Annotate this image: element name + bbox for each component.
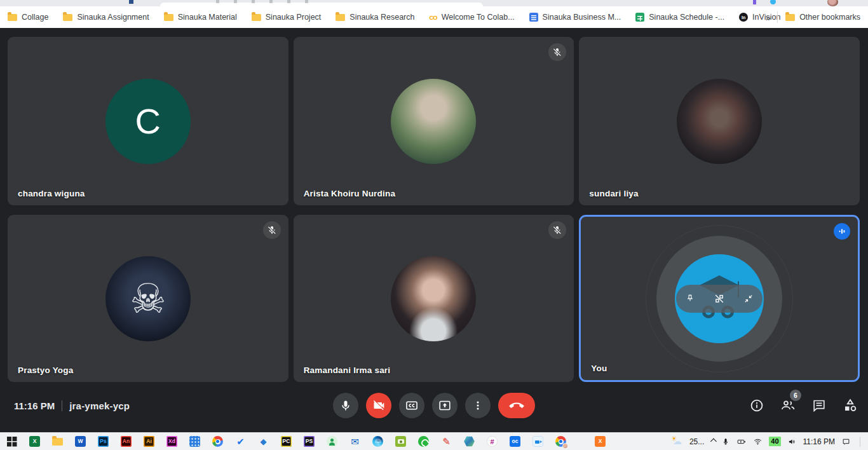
bookmark-sinauka-project[interactable]: Sinauka Project bbox=[252, 13, 322, 22]
mic-off-icon bbox=[267, 225, 277, 235]
taskbar-excel-icon[interactable]: X bbox=[29, 435, 41, 447]
taskbar-photoshop-icon[interactable]: Ps bbox=[97, 435, 109, 447]
bookmark-sinauka-research[interactable]: Sinauka Research bbox=[336, 13, 414, 22]
battery-percent-badge[interactable]: 40 bbox=[769, 437, 780, 446]
browser-profile-avatar[interactable] bbox=[827, 0, 838, 6]
bookmarks-divider bbox=[777, 11, 778, 23]
taskbar-chrome-profile-icon[interactable] bbox=[555, 435, 567, 447]
address-bar-partial bbox=[0, 0, 868, 6]
participant-tile-arista[interactable]: Arista Khoiru Nurdina bbox=[294, 37, 574, 205]
participant-name: You bbox=[591, 364, 607, 373]
avatar-initial: C bbox=[105, 79, 191, 164]
participant-tile-prastyo[interactable]: ☠ Prastyo Yoga bbox=[8, 215, 288, 382]
participant-name: Prastyo Yoga bbox=[18, 365, 73, 375]
participant-tile-sundari[interactable]: sundari liya bbox=[579, 37, 860, 205]
taskbar-todo-check-icon[interactable]: ✔ bbox=[234, 435, 247, 447]
self-tile[interactable]: You bbox=[579, 215, 860, 382]
taskbar-pycharm-icon[interactable]: PC bbox=[280, 435, 292, 447]
participant-tile-ramandani[interactable]: Ramandani Irma sari bbox=[294, 215, 574, 382]
show-desktop-button[interactable] bbox=[860, 437, 863, 447]
taskbar-calendar-grid-icon[interactable] bbox=[189, 435, 201, 447]
battery-icon bbox=[736, 437, 747, 446]
activities-button[interactable] bbox=[841, 397, 858, 414]
participant-name: chandra wiguna bbox=[18, 189, 85, 198]
bookmark-sinauka-assignment[interactable]: Sinauka Assignment bbox=[63, 13, 149, 22]
extension-icon-fragment[interactable] bbox=[753, 0, 756, 4]
video-grid: C chandra wiguna Arista Khoiru Nurdina s… bbox=[8, 37, 860, 382]
invision-icon: In bbox=[739, 13, 748, 22]
microphone-button[interactable] bbox=[333, 393, 358, 418]
taskbar-word-icon[interactable]: W bbox=[74, 435, 86, 447]
meeting-code: jra-ymek-ycp bbox=[69, 400, 130, 411]
taskbar-mail-icon[interactable]: ✉ bbox=[349, 435, 361, 447]
status-divider bbox=[62, 400, 62, 411]
participants-button[interactable]: 6 bbox=[779, 397, 796, 414]
taskbar-video-cam-app-icon[interactable] bbox=[532, 435, 544, 447]
bookmark-label: Sinauka Material bbox=[178, 13, 237, 22]
taskbar-camera-app-icon[interactable] bbox=[395, 435, 407, 447]
participant-tile-chandra[interactable]: C chandra wiguna bbox=[8, 37, 288, 205]
meeting-details-button[interactable] bbox=[748, 397, 765, 414]
taskbar-xampp-icon[interactable]: X bbox=[594, 435, 606, 447]
participant-name: Arista Khoiru Nurdina bbox=[304, 189, 395, 198]
tray-volume[interactable] bbox=[787, 437, 797, 446]
mic-off-badge bbox=[263, 221, 281, 239]
taskbar-animate-icon[interactable]: An bbox=[120, 435, 132, 447]
taskbar-oc-app-icon[interactable]: oc bbox=[509, 435, 521, 447]
taskbar-android-emulator-icon[interactable] bbox=[326, 435, 338, 447]
extension-icon-fragment[interactable] bbox=[770, 0, 776, 4]
taskbar-illustrator-icon[interactable]: Ai bbox=[143, 435, 155, 447]
chat-button[interactable] bbox=[810, 397, 827, 414]
taskbar-slack-icon[interactable] bbox=[486, 435, 498, 447]
taskbar-apps: XWPsAnAiXd✔◆PCPS✉✎ocX bbox=[0, 435, 606, 447]
mic-off-icon bbox=[552, 47, 562, 57]
omnibox[interactable] bbox=[160, 3, 483, 6]
other-bookmarks-button[interactable]: Other bookmarks bbox=[785, 13, 860, 22]
taskbar-file-explorer-icon[interactable] bbox=[51, 435, 64, 447]
bookmark-sinauka-schedule[interactable]: Sinauka Schedule -... bbox=[635, 13, 724, 22]
call-end-icon bbox=[509, 398, 524, 413]
taskbar-edge-icon[interactable] bbox=[372, 435, 384, 447]
weather-widget[interactable] bbox=[670, 437, 683, 447]
grid-off-button[interactable] bbox=[711, 290, 728, 307]
taskbar-start-icon[interactable] bbox=[6, 435, 18, 447]
bookmarks-overflow-chevron[interactable]: » bbox=[766, 12, 771, 23]
pin-button[interactable] bbox=[682, 290, 698, 307]
screen: CollageSinauka AssignmentSinauka Materia… bbox=[0, 0, 868, 450]
leave-call-button[interactable] bbox=[498, 393, 535, 418]
bookmark-collage[interactable]: Collage bbox=[8, 13, 48, 22]
avatar-photo bbox=[391, 256, 476, 341]
taskbar-chrome-icon[interactable] bbox=[212, 435, 224, 447]
taskbar-whatsapp-icon[interactable] bbox=[417, 435, 430, 447]
present-button[interactable] bbox=[432, 393, 458, 418]
bookmark-sinauka-material[interactable]: Sinauka Material bbox=[164, 13, 237, 22]
taskbar-clock[interactable]: 11:16 PM bbox=[803, 437, 835, 446]
participant-name: Ramandani Irma sari bbox=[304, 365, 391, 375]
omnibox-icon-fragment bbox=[252, 0, 255, 3]
action-center-button[interactable] bbox=[841, 437, 851, 446]
taskbar-adobe-xd-icon[interactable]: Xd bbox=[166, 435, 178, 447]
bookmark-label: Welcome To Colab... bbox=[442, 13, 515, 22]
taskbar-phpstorm-icon[interactable]: PS bbox=[303, 435, 315, 447]
captions-button[interactable] bbox=[399, 393, 424, 418]
bookmark-welcome-to-colab[interactable]: COWelcome To Colab... bbox=[429, 13, 514, 22]
taskbar-hexagon-app-icon[interactable] bbox=[463, 435, 475, 447]
meeting-status: 11:16 PM jra-ymek-ycp bbox=[14, 393, 130, 418]
system-tray: 25... 40 11:16 PM bbox=[670, 437, 868, 447]
tray-battery[interactable] bbox=[736, 437, 747, 446]
bookmark-invision[interactable]: InInVision bbox=[739, 13, 780, 22]
taskbar-draw-app-icon[interactable]: ✎ bbox=[440, 435, 452, 447]
meeting-clock: 11:16 PM bbox=[14, 400, 55, 411]
more-options-button[interactable] bbox=[465, 393, 491, 418]
folder-icon bbox=[785, 14, 795, 21]
bookmark-sinauka-business-m[interactable]: Sinauka Business M... bbox=[529, 13, 621, 22]
tray-wifi[interactable] bbox=[753, 437, 763, 446]
audio-bars-icon bbox=[837, 227, 846, 236]
chat-icon bbox=[811, 398, 827, 413]
minimize-button[interactable] bbox=[740, 290, 757, 307]
tray-microphone[interactable] bbox=[721, 437, 730, 446]
camera-off-button[interactable] bbox=[366, 393, 391, 418]
temperature-label[interactable]: 25... bbox=[689, 437, 704, 446]
taskbar-vscode-icon[interactable]: ◆ bbox=[257, 435, 269, 447]
tray-overflow-button[interactable] bbox=[710, 439, 715, 444]
